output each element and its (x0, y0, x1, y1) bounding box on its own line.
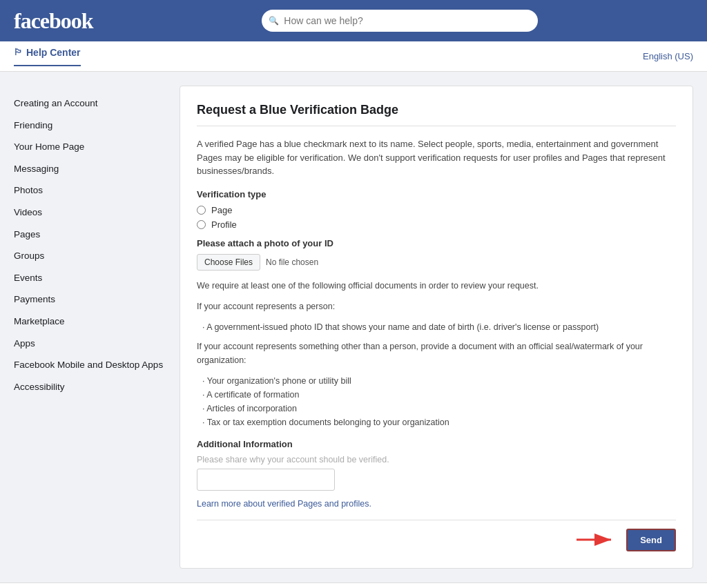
sidebar-item-videos[interactable]: Videos (14, 202, 166, 224)
doc-bullet-2: · Your organization's phone or utility b… (197, 374, 676, 388)
radio-page[interactable]: Page (197, 205, 676, 215)
doc-info-3: If your account represents something oth… (197, 340, 676, 367)
sidebar-item-apps[interactable]: Apps (14, 333, 166, 355)
sidebar-item-friending[interactable]: Friending (14, 115, 166, 137)
radio-page-label: Page (211, 205, 232, 215)
sub-header: 🏳 Help Center English (US) (0, 41, 707, 72)
sidebar-item-marketplace[interactable]: Marketplace (14, 311, 166, 333)
radio-page-input[interactable] (197, 206, 206, 215)
additional-info-label: Additional Information (197, 439, 676, 449)
sidebar-item-accessibility[interactable]: Accessibility (14, 376, 166, 398)
help-center-label: Help Center (26, 47, 81, 58)
red-arrow-icon (577, 529, 618, 550)
learn-more-link[interactable]: Learn more about verified Pages and prof… (197, 499, 676, 509)
additional-placeholder-text: Please share why your account should be … (197, 455, 676, 464)
file-input-row: Choose Files No file chosen (197, 254, 676, 271)
attach-photo-label: Please attach a photo of your ID (197, 238, 676, 248)
main-container: Creating an Account Friending Your Home … (0, 72, 707, 582)
radio-profile-input[interactable] (197, 220, 206, 229)
sidebar-item-creating-account[interactable]: Creating an Account (14, 92, 166, 115)
arrow-container: Send (577, 529, 676, 551)
sidebar-item-payments[interactable]: Payments (14, 288, 166, 311)
no-file-text: No file chosen (266, 257, 318, 267)
doc-bullet-5: · Tax or tax exemption documents belongi… (197, 415, 676, 429)
doc-bullet-1: · A government-issued photo ID that show… (197, 320, 676, 334)
content-area: Request a Blue Verification Badge A veri… (180, 86, 693, 569)
additional-textarea[interactable] (197, 469, 335, 491)
facebook-logo: facebook (14, 8, 93, 34)
radio-profile-label: Profile (211, 219, 237, 230)
sidebar-item-messaging[interactable]: Messaging (14, 158, 166, 180)
footer: Facebook © 2019 English (US) ✓ About Pri… (0, 582, 707, 589)
sidebar-item-home-page[interactable]: Your Home Page (14, 136, 166, 158)
header: facebook 🔍 (0, 0, 707, 41)
send-button[interactable]: Send (626, 529, 676, 551)
card-title: Request a Blue Verification Badge (197, 103, 676, 126)
doc-info-2: If your account represents a person: (197, 300, 676, 313)
card-footer: Send (197, 520, 676, 551)
additional-section: Additional Information Please share why … (197, 439, 676, 491)
sidebar-item-pages[interactable]: Pages (14, 224, 166, 246)
verification-card: Request a Blue Verification Badge A veri… (180, 86, 693, 569)
help-icon: 🏳 (14, 47, 23, 57)
search-bar: 🔍 (262, 10, 538, 32)
help-center-link[interactable]: 🏳 Help Center (14, 47, 81, 66)
sidebar-item-events[interactable]: Events (14, 267, 166, 289)
sidebar-item-photos[interactable]: Photos (14, 179, 166, 202)
verification-type-label: Verification type (197, 189, 676, 199)
sidebar-item-mobile-desktop[interactable]: Facebook Mobile and Desktop Apps (14, 354, 166, 376)
doc-bullet-4: · Articles of incorporation (197, 402, 676, 415)
radio-profile[interactable]: Profile (197, 219, 676, 230)
doc-bullet-3: · A certificate of formation (197, 388, 676, 402)
language-link[interactable]: English (US) (643, 51, 693, 61)
choose-files-button[interactable]: Choose Files (197, 254, 260, 271)
search-icon: 🔍 (269, 16, 279, 26)
sidebar-item-groups[interactable]: Groups (14, 245, 166, 267)
search-input[interactable] (262, 10, 538, 32)
sidebar: Creating an Account Friending Your Home … (14, 86, 166, 569)
radio-group: Page Profile (197, 205, 676, 230)
doc-info-1: We require at least one of the following… (197, 279, 676, 293)
description-text: A verified Page has a blue checkmark nex… (197, 137, 676, 178)
